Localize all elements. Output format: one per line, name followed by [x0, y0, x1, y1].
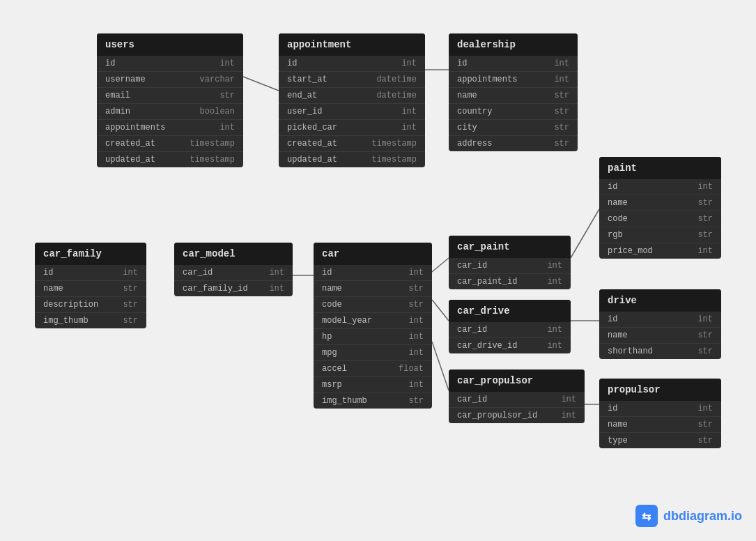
col-field-type: int	[697, 404, 713, 413]
brand-icon: ⇆	[635, 505, 658, 527]
col-field-type: str	[554, 91, 569, 100]
table-row: car_propulsor_idint	[449, 408, 585, 423]
table-row: accelfloat	[314, 361, 432, 377]
table-header-car_drive: car_drive	[449, 300, 571, 322]
col-field-name: shorthand	[608, 346, 653, 356]
table-row: appointmentsint	[449, 72, 578, 88]
table-row: idint	[97, 56, 243, 72]
col-field-type: str	[697, 198, 713, 208]
table-row: namestr	[314, 281, 432, 297]
table-row: namestr	[35, 281, 146, 297]
col-field-type: int	[697, 182, 713, 192]
table-header-car_paint: car_paint	[449, 236, 571, 258]
col-field-name: picked_car	[287, 123, 337, 132]
col-field-type: int	[408, 348, 424, 358]
table-row: car_idint	[449, 322, 571, 338]
col-field-type: timestamp	[371, 155, 417, 165]
col-field-type: float	[399, 364, 424, 374]
table-row: emailstr	[97, 88, 243, 104]
col-field-name: img_thumb	[322, 396, 367, 406]
col-field-type: int	[561, 395, 576, 404]
table-propulsor: propulsoridintnamestrtypestr	[599, 379, 721, 448]
table-row: created_attimestamp	[279, 136, 425, 152]
col-field-type: str	[554, 107, 569, 116]
col-field-type: str	[123, 300, 138, 310]
col-field-type: varchar	[200, 75, 235, 84]
col-field-name: id	[105, 59, 115, 68]
brand-name: dbdiagram.io	[663, 509, 742, 524]
table-row: adminboolean	[97, 104, 243, 120]
col-field-type: int	[401, 59, 417, 68]
col-field-name: city	[457, 123, 477, 132]
col-field-name: created_at	[287, 139, 337, 148]
col-field-name: accel	[322, 364, 347, 374]
col-field-name: id	[608, 314, 617, 324]
col-field-type: int	[219, 59, 235, 68]
col-field-name: id	[608, 404, 617, 413]
col-field-name: name	[608, 420, 628, 429]
table-row: car_idint	[449, 258, 571, 274]
table-row: idint	[599, 179, 721, 195]
table-row: user_idint	[279, 104, 425, 120]
col-field-name: updated_at	[105, 155, 155, 165]
table-row: rgbstr	[599, 227, 721, 243]
col-field-name: name	[608, 198, 628, 208]
col-field-type: int	[697, 246, 713, 256]
col-field-type: str	[123, 316, 138, 326]
table-row: mpgint	[314, 345, 432, 361]
table-row: car_idint	[449, 392, 585, 408]
table-row: namestr	[449, 88, 578, 104]
table-row: idint	[35, 265, 146, 281]
col-field-type: str	[219, 91, 235, 100]
col-field-type: int	[547, 341, 562, 351]
table-row: car_idint	[174, 265, 293, 281]
table-row: end_atdatetime	[279, 88, 425, 104]
col-field-type: int	[547, 325, 562, 335]
table-row: idint	[314, 265, 432, 281]
table-header-users: users	[97, 33, 243, 56]
col-field-name: code	[608, 214, 628, 224]
col-field-type: datetime	[376, 75, 417, 84]
table-row: addressstr	[449, 136, 578, 151]
col-field-type: str	[697, 436, 713, 445]
col-field-type: str	[123, 284, 138, 294]
table-row: appointmentsint	[97, 120, 243, 136]
table-row: created_attimestamp	[97, 136, 243, 152]
table-header-car_family: car_family	[35, 243, 146, 265]
col-field-type: str	[408, 300, 424, 310]
col-field-type: int	[554, 75, 569, 84]
col-field-name: name	[457, 91, 477, 100]
col-field-name: img_thumb	[43, 316, 88, 326]
col-field-name: id	[457, 59, 467, 68]
col-field-name: id	[43, 268, 53, 277]
table-row: descriptionstr	[35, 297, 146, 313]
col-field-name: car_propulsor_id	[457, 411, 537, 420]
col-field-type: timestamp	[371, 139, 417, 148]
table-users: usersidintusernamevarcharemailstradminbo…	[97, 33, 243, 167]
col-field-type: str	[408, 396, 424, 406]
table-row: idint	[599, 401, 721, 417]
col-field-type: int	[561, 411, 576, 420]
col-field-type: int	[408, 268, 424, 277]
table-car_drive: car_drivecar_idintcar_drive_idint	[449, 300, 571, 353]
col-field-type: int	[408, 332, 424, 342]
table-appointment: appointmentidintstart_atdatetimeend_atda…	[279, 33, 425, 167]
table-row: img_thumbstr	[35, 313, 146, 328]
table-dealership: dealershipidintappointmentsintnamestrcou…	[449, 33, 578, 151]
table-car_paint: car_paintcar_idintcar_paint_idint	[449, 236, 571, 289]
col-field-type: str	[697, 230, 713, 240]
col-field-name: car_family_id	[183, 284, 248, 294]
col-field-name: code	[322, 300, 342, 310]
col-field-type: int	[554, 59, 569, 68]
svg-line-3	[432, 300, 449, 321]
table-header-appointment: appointment	[279, 33, 425, 56]
table-drive: driveidintnamestrshorthandstr	[599, 289, 721, 359]
col-field-name: car_paint_id	[457, 277, 517, 287]
table-row: hpint	[314, 329, 432, 345]
table-header-paint: paint	[599, 157, 721, 179]
col-field-type: int	[401, 123, 417, 132]
col-field-type: int	[697, 314, 713, 324]
col-field-type: boolean	[200, 107, 235, 116]
table-row: idint	[279, 56, 425, 72]
col-field-name: name	[322, 284, 342, 294]
